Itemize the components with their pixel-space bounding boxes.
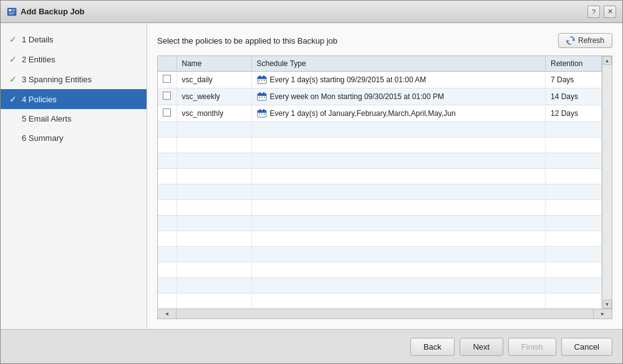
row2-schedule: Every week on Mon starting 09/30/2015 at… bbox=[270, 92, 445, 101]
scroll-right-arrow[interactable]: ► bbox=[601, 311, 606, 317]
table-header-row: Name Schedule Type Retention bbox=[158, 56, 602, 72]
refresh-button[interactable]: Refresh bbox=[558, 33, 612, 48]
sidebar-item-email-alerts[interactable]: 5 Email Alerts bbox=[1, 109, 147, 128]
col-checkbox bbox=[158, 56, 176, 72]
backup-job-icon bbox=[7, 7, 17, 17]
scroll-down-arrow[interactable]: ▼ bbox=[603, 300, 612, 309]
row2-retention: 14 Days bbox=[546, 89, 602, 105]
table-row-empty bbox=[158, 247, 602, 262]
finish-button[interactable]: Finish bbox=[508, 338, 556, 356]
sidebar-item-summary[interactable]: 6 Summary bbox=[1, 128, 147, 148]
sidebar-item-details[interactable]: ✓ 1 Details bbox=[1, 29, 147, 49]
col-schedule: Schedule Type bbox=[251, 56, 546, 72]
svg-rect-9 bbox=[263, 75, 264, 78]
table-row: vsc_monthly bbox=[158, 105, 602, 122]
sidebar: ✓ 1 Details ✓ 2 Entities ✓ 3 Spanning En… bbox=[1, 23, 147, 329]
dialog-title: Add Backup Job bbox=[21, 7, 85, 16]
check-icon: ✓ bbox=[8, 54, 18, 64]
schedule-icon bbox=[257, 92, 267, 101]
horizontal-scroll-track[interactable] bbox=[176, 309, 593, 318]
table-row-empty bbox=[158, 262, 602, 278]
sidebar-label-email-alerts: 5 Email Alerts bbox=[22, 114, 71, 123]
svg-rect-5 bbox=[9, 14, 14, 14]
back-button[interactable]: Back bbox=[410, 338, 455, 356]
row1-retention: 7 Days bbox=[546, 72, 602, 89]
scroll-track[interactable] bbox=[602, 65, 612, 300]
table-row-empty bbox=[158, 294, 602, 309]
horizontal-scrollbar-area: ◄ ► bbox=[158, 309, 612, 318]
sidebar-label-details: 1 Details bbox=[22, 35, 54, 44]
check-icon: ✓ bbox=[8, 94, 18, 104]
sidebar-label-summary: 6 Summary bbox=[22, 133, 63, 143]
sidebar-label-entities: 2 Entities bbox=[22, 55, 55, 64]
svg-rect-12 bbox=[264, 80, 265, 81]
help-button[interactable]: ? bbox=[587, 6, 600, 18]
main-header: Select the policies to be applied to thi… bbox=[157, 33, 612, 48]
section-description: Select the policies to be applied to thi… bbox=[157, 36, 337, 46]
svg-rect-22 bbox=[259, 109, 261, 112]
svg-rect-18 bbox=[261, 97, 263, 98]
footer-bar: Back Next Finish Cancel bbox=[1, 329, 622, 363]
sidebar-item-entities[interactable]: ✓ 2 Entities bbox=[1, 49, 147, 69]
row3-schedule: Every 1 day(s) of January,February,March… bbox=[270, 109, 456, 118]
row1-schedule: Every 1 day(s) starting 09/29/2015 at 01… bbox=[270, 75, 427, 84]
policies-table: Name Schedule Type Retention vsc_daily bbox=[157, 55, 612, 319]
check-icon: ✓ bbox=[8, 74, 18, 84]
sidebar-item-policies[interactable]: ✓ 4 Policies bbox=[1, 89, 147, 109]
col-name: Name bbox=[176, 56, 251, 72]
table-row-empty bbox=[158, 184, 602, 200]
svg-rect-8 bbox=[259, 75, 261, 78]
add-backup-job-dialog: Add Backup Job ? ✕ ✓ 1 Details ✓ 2 Entit… bbox=[0, 0, 623, 364]
table-row: vsc_daily bbox=[158, 72, 602, 89]
svg-rect-19 bbox=[264, 97, 265, 98]
svg-rect-21 bbox=[258, 110, 266, 113]
svg-rect-0 bbox=[7, 8, 16, 16]
svg-rect-23 bbox=[263, 109, 264, 112]
policies-data-table: Name Schedule Type Retention vsc_daily bbox=[158, 56, 602, 309]
table-row-empty bbox=[158, 231, 602, 247]
row2-checkbox[interactable] bbox=[163, 92, 171, 100]
content-area: ✓ 1 Details ✓ 2 Entities ✓ 3 Spanning En… bbox=[1, 23, 622, 329]
row3-checkbox[interactable] bbox=[163, 108, 171, 117]
row1-checkbox[interactable] bbox=[163, 75, 171, 83]
schedule-icon bbox=[257, 75, 267, 84]
svg-rect-25 bbox=[261, 113, 263, 115]
svg-rect-2 bbox=[12, 9, 16, 10]
sidebar-label-spanning-entities: 3 Spanning Entities bbox=[22, 75, 92, 84]
table-scroll-area[interactable]: Name Schedule Type Retention vsc_daily bbox=[158, 56, 602, 309]
svg-rect-4 bbox=[9, 12, 15, 13]
row3-name: vsc_monthly bbox=[176, 105, 251, 122]
row3-retention: 12 Days bbox=[546, 105, 602, 122]
svg-rect-15 bbox=[259, 92, 261, 95]
scroll-up-arrow[interactable]: ▲ bbox=[603, 56, 612, 65]
table-row-empty bbox=[158, 169, 602, 184]
row2-name: vsc_weekly bbox=[176, 89, 251, 105]
svg-rect-14 bbox=[258, 93, 266, 96]
svg-rect-10 bbox=[259, 80, 260, 81]
row1-name: vsc_daily bbox=[176, 72, 251, 89]
svg-rect-26 bbox=[264, 113, 265, 115]
refresh-icon bbox=[566, 36, 575, 45]
next-button[interactable]: Next bbox=[460, 338, 503, 356]
table-row-empty bbox=[158, 122, 602, 138]
svg-rect-16 bbox=[263, 92, 264, 95]
svg-rect-11 bbox=[261, 80, 263, 81]
table-row-empty bbox=[158, 153, 602, 169]
check-icon: ✓ bbox=[8, 34, 18, 44]
svg-rect-3 bbox=[12, 11, 15, 11]
main-content: Select the policies to be applied to thi… bbox=[147, 23, 622, 329]
refresh-label: Refresh bbox=[578, 36, 604, 45]
table-row: vsc_weekly bbox=[158, 89, 602, 105]
table-row-empty bbox=[158, 138, 602, 153]
close-button[interactable]: ✕ bbox=[604, 6, 616, 18]
sidebar-label-policies: 4 Policies bbox=[22, 95, 57, 104]
sidebar-item-spanning-entities[interactable]: ✓ 3 Spanning Entities bbox=[1, 69, 147, 89]
table-row-empty bbox=[158, 216, 602, 231]
col-retention: Retention bbox=[546, 56, 602, 72]
svg-rect-17 bbox=[259, 97, 260, 98]
svg-rect-1 bbox=[9, 9, 11, 11]
schedule-icon bbox=[257, 109, 267, 118]
scroll-left-arrow[interactable]: ◄ bbox=[165, 311, 170, 317]
cancel-button[interactable]: Cancel bbox=[561, 338, 612, 356]
vertical-scrollbar[interactable]: ▲ ▼ bbox=[602, 56, 612, 309]
